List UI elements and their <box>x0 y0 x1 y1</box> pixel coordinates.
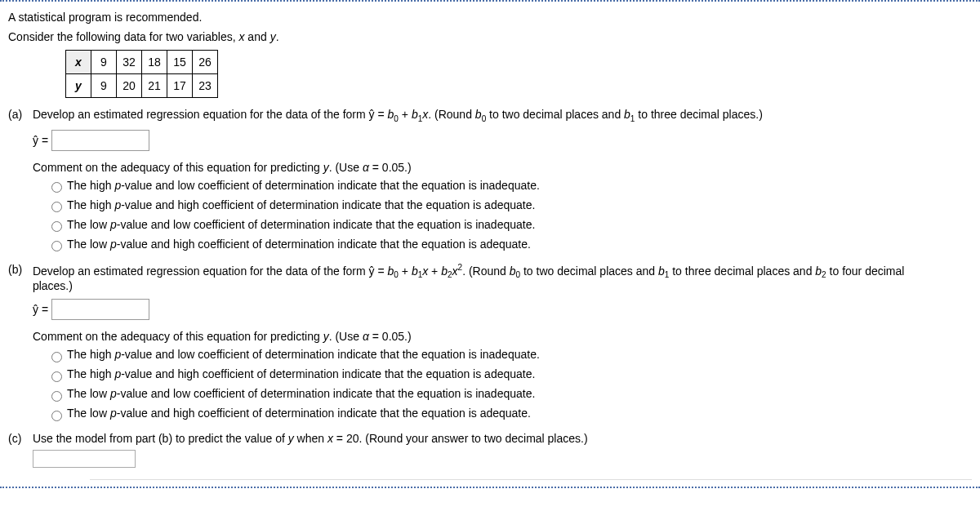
cell: 9 <box>91 74 117 98</box>
y-header: y <box>66 74 91 98</box>
part-c-text: when <box>294 432 327 445</box>
ci-text: = 0.05.) <box>369 161 412 174</box>
cell: 21 <box>142 74 167 98</box>
table-row: x 9 32 18 15 26 <box>66 51 218 74</box>
round-text: . (Round <box>462 264 510 277</box>
cell: 9 <box>91 51 117 74</box>
p-var: p <box>110 218 117 231</box>
part-c-input[interactable] <box>33 450 136 468</box>
opt-text: -value and low coefficient of determinat… <box>121 348 540 361</box>
yhat-label: ŷ = <box>33 303 48 316</box>
radio-option-3[interactable]: The low p-value and low coefficient of d… <box>47 385 972 402</box>
radio-option-1[interactable]: The high p-value and low coefficient of … <box>47 177 972 194</box>
intro-consider: Consider the following data for two vari… <box>8 30 972 43</box>
period: . <box>276 30 279 43</box>
round-text: to two decimal places and <box>486 108 624 121</box>
opt-text: -value and high coefficient of determina… <box>117 407 531 420</box>
b2: b <box>441 264 448 277</box>
part-a-text: Develop an estimated regression equation… <box>33 108 388 121</box>
cell: 17 <box>167 74 193 98</box>
radio-option-4[interactable]: The low p-value and high coefficient of … <box>47 405 972 422</box>
p-var: p <box>110 407 117 420</box>
opt-text: -value and low coefficient of determinat… <box>121 179 540 192</box>
rb2: b <box>815 264 822 277</box>
radio-option-2[interactable]: The high p-value and high coefficient of… <box>47 366 972 383</box>
plus: + <box>399 264 412 277</box>
opt-text: -value and high coefficient of determina… <box>117 238 531 251</box>
ci-alpha: α <box>363 330 369 343</box>
part-b-input[interactable] <box>51 299 149 320</box>
rb1: b <box>658 264 665 277</box>
ci-text: Comment on the adequacy of this equation… <box>33 161 323 174</box>
radio-input[interactable] <box>51 182 62 193</box>
x-header: x <box>66 51 91 74</box>
p-var: p <box>114 198 121 211</box>
comment-intro-b: Comment on the adequacy of this equation… <box>33 330 972 343</box>
opt-text: -value and low coefficient of determinat… <box>117 218 536 231</box>
intro-recommend: A statistical program is recommended. <box>8 11 972 24</box>
ci-alpha: α <box>363 161 369 174</box>
opt-text: The low <box>67 407 110 420</box>
radio-group-b: The high p-value and low coefficient of … <box>47 346 972 422</box>
radio-input[interactable] <box>51 241 62 251</box>
comment-intro-a: Comment on the adequacy of this equation… <box>33 161 972 174</box>
ci-text: . (Use <box>329 161 363 174</box>
ci-y: y <box>323 161 329 174</box>
plus: + <box>428 264 441 277</box>
part-c: (c) Use the model from part (b) to predi… <box>8 432 972 445</box>
table-row: y 9 20 21 17 23 <box>66 74 218 98</box>
cell: 18 <box>142 51 167 74</box>
part-c-text: Use the model from part (b) to predict t… <box>33 432 288 445</box>
part-b: (b) Develop an estimated regression equa… <box>8 263 972 292</box>
part-b-label: (b) <box>8 263 29 276</box>
cell: 26 <box>193 51 218 74</box>
radio-option-2[interactable]: The high p-value and high coefficient of… <box>47 197 972 214</box>
radio-option-4[interactable]: The low p-value and high coefficient of … <box>47 236 972 253</box>
cell: 20 <box>117 74 142 98</box>
part-a-label: (a) <box>8 108 29 121</box>
rb0: b <box>510 264 516 277</box>
rb0: b <box>475 108 482 121</box>
p-var: p <box>114 367 121 380</box>
opt-text: The high <box>67 367 114 380</box>
part-c-label: (c) <box>8 432 29 445</box>
opt-text: The low <box>67 218 110 231</box>
yhat-row-a: ŷ = <box>33 130 972 151</box>
intro-text: Consider the following data for two vari… <box>8 30 238 43</box>
radio-input[interactable] <box>51 202 62 212</box>
opt-text: -value and high coefficient of determina… <box>121 198 535 211</box>
radio-input[interactable] <box>51 411 62 421</box>
b1: b <box>412 264 418 277</box>
p-var: p <box>114 348 121 361</box>
ci-text: . (Use <box>329 330 363 343</box>
part-a-input[interactable] <box>51 130 149 151</box>
opt-text: The high <box>67 348 114 361</box>
radio-input[interactable] <box>51 352 62 362</box>
p-var: p <box>110 238 117 251</box>
p-var: p <box>114 179 121 192</box>
cell: 23 <box>193 74 218 98</box>
and-text: and <box>244 30 270 43</box>
x-var: x <box>327 432 333 445</box>
yhat-row-b: ŷ = <box>33 299 972 320</box>
radio-input[interactable] <box>51 221 62 232</box>
b1: b <box>412 108 418 121</box>
radio-option-3[interactable]: The low p-value and low coefficient of d… <box>47 216 972 233</box>
round-text: to two decimal places and <box>520 264 658 277</box>
opt-text: -value and low coefficient of determinat… <box>117 387 536 400</box>
part-a: (a) Develop an estimated regression equa… <box>8 108 972 123</box>
bottom-divider <box>90 479 972 480</box>
ci-text: Comment on the adequacy of this equation… <box>33 330 323 343</box>
opt-text: The high <box>67 198 114 211</box>
radio-group-a: The high p-value and low coefficient of … <box>47 177 972 253</box>
plus: + <box>399 108 412 121</box>
radio-option-1[interactable]: The high p-value and low coefficient of … <box>47 346 972 363</box>
round-text: to three decimal places.) <box>635 108 762 121</box>
radio-input[interactable] <box>51 371 62 382</box>
round-text: to three decimal places and <box>669 264 815 277</box>
radio-input[interactable] <box>51 391 62 402</box>
ci-text: = 0.05.) <box>369 330 412 343</box>
cell: 32 <box>117 51 142 74</box>
data-table: x 9 32 18 15 26 y 9 20 21 17 23 <box>65 50 218 98</box>
ci-y: y <box>323 330 329 343</box>
